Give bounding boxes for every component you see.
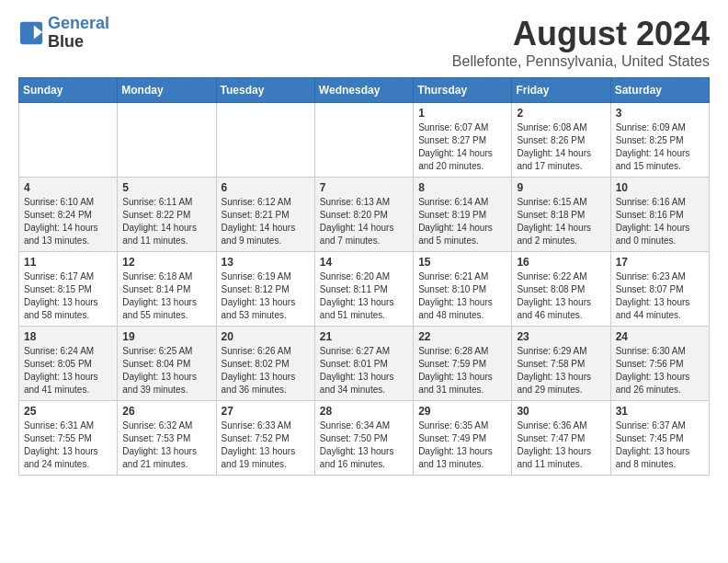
day-info: Sunrise: 6:07 AM Sunset: 8:27 PM Dayligh… [418,121,506,173]
day-info: Sunrise: 6:11 AM Sunset: 8:22 PM Dayligh… [122,196,210,247]
day-info: Sunrise: 6:25 AM Sunset: 8:04 PM Dayligh… [122,345,210,396]
calendar-week-row: 25Sunrise: 6:31 AM Sunset: 7:55 PM Dayli… [19,401,710,476]
day-info: Sunrise: 6:21 AM Sunset: 8:10 PM Dayligh… [418,270,506,322]
calendar-header: SundayMondayTuesdayWednesdayThursdayFrid… [19,78,710,103]
day-number: 3 [616,107,704,120]
page-header: General Blue August 2024 Bellefonte, Pen… [18,15,710,70]
calendar-week-row: 1Sunrise: 6:07 AM Sunset: 8:27 PM Daylig… [19,103,710,178]
day-number: 11 [24,256,112,269]
calendar-day-cell: 17Sunrise: 6:23 AM Sunset: 8:07 PM Dayli… [610,252,709,327]
day-info: Sunrise: 6:23 AM Sunset: 8:07 PM Dayligh… [616,270,704,322]
calendar-day-cell [118,103,216,178]
day-number: 4 [24,181,112,194]
calendar-day-cell: 29Sunrise: 6:35 AM Sunset: 7:49 PM Dayli… [414,401,512,476]
calendar-day-cell: 20Sunrise: 6:26 AM Sunset: 8:02 PM Dayli… [216,327,314,401]
day-number: 13 [222,256,310,269]
calendar-day-cell [216,103,314,178]
calendar-day-cell: 30Sunrise: 6:36 AM Sunset: 7:47 PM Dayli… [512,401,610,476]
day-info: Sunrise: 6:20 AM Sunset: 8:11 PM Dayligh… [320,270,408,322]
calendar-day-cell [314,103,413,178]
day-number: 8 [418,181,506,194]
calendar-table: SundayMondayTuesdayWednesdayThursdayFrid… [18,77,710,476]
day-number: 16 [517,256,605,269]
day-of-week-header: Friday [512,78,610,103]
day-info: Sunrise: 6:08 AM Sunset: 8:26 PM Dayligh… [517,121,605,173]
calendar-day-cell: 28Sunrise: 6:34 AM Sunset: 7:50 PM Dayli… [314,401,413,476]
day-number: 30 [517,405,605,418]
day-number: 27 [222,405,310,418]
calendar-day-cell: 8Sunrise: 6:14 AM Sunset: 8:19 PM Daylig… [414,178,512,252]
calendar-day-cell: 16Sunrise: 6:22 AM Sunset: 8:08 PM Dayli… [512,252,610,327]
day-info: Sunrise: 6:09 AM Sunset: 8:25 PM Dayligh… [616,121,704,173]
day-number: 12 [122,256,210,269]
day-info: Sunrise: 6:26 AM Sunset: 8:02 PM Dayligh… [222,345,310,396]
calendar-day-cell: 25Sunrise: 6:31 AM Sunset: 7:55 PM Dayli… [19,401,118,476]
day-of-week-header: Thursday [414,78,512,103]
day-number: 21 [320,330,408,343]
calendar-day-cell: 10Sunrise: 6:16 AM Sunset: 8:16 PM Dayli… [610,178,709,252]
calendar-day-cell: 15Sunrise: 6:21 AM Sunset: 8:10 PM Dayli… [414,252,512,327]
day-number: 23 [517,330,605,343]
day-info: Sunrise: 6:31 AM Sunset: 7:55 PM Dayligh… [24,419,112,471]
calendar-week-row: 18Sunrise: 6:24 AM Sunset: 8:05 PM Dayli… [19,327,710,401]
title-block: August 2024 Bellefonte, Pennsylvania, Un… [452,15,710,70]
calendar-day-cell: 18Sunrise: 6:24 AM Sunset: 8:05 PM Dayli… [19,327,118,401]
calendar-day-cell: 13Sunrise: 6:19 AM Sunset: 8:12 PM Dayli… [216,252,314,327]
day-number: 9 [517,181,605,194]
day-number: 26 [122,405,210,418]
calendar-day-cell: 22Sunrise: 6:28 AM Sunset: 7:59 PM Dayli… [414,327,512,401]
day-number: 31 [616,405,704,418]
day-info: Sunrise: 6:37 AM Sunset: 7:45 PM Dayligh… [616,419,704,471]
day-number: 10 [616,181,704,194]
day-info: Sunrise: 6:32 AM Sunset: 7:53 PM Dayligh… [122,419,210,471]
day-info: Sunrise: 6:29 AM Sunset: 7:58 PM Dayligh… [517,345,605,396]
logo-icon [18,20,44,46]
day-number: 5 [122,181,210,194]
day-number: 29 [418,405,506,418]
day-info: Sunrise: 6:17 AM Sunset: 8:15 PM Dayligh… [24,270,112,322]
calendar-week-row: 11Sunrise: 6:17 AM Sunset: 8:15 PM Dayli… [19,252,710,327]
day-info: Sunrise: 6:15 AM Sunset: 8:18 PM Dayligh… [517,196,605,247]
calendar-day-cell: 2Sunrise: 6:08 AM Sunset: 8:26 PM Daylig… [512,103,610,178]
calendar-day-cell [19,103,118,178]
calendar-day-cell: 5Sunrise: 6:11 AM Sunset: 8:22 PM Daylig… [118,178,216,252]
day-number: 25 [24,405,112,418]
day-info: Sunrise: 6:33 AM Sunset: 7:52 PM Dayligh… [222,419,310,471]
day-of-week-header: Saturday [610,78,709,103]
calendar-day-cell: 1Sunrise: 6:07 AM Sunset: 8:27 PM Daylig… [414,103,512,178]
calendar-day-cell: 24Sunrise: 6:30 AM Sunset: 7:56 PM Dayli… [610,327,709,401]
day-info: Sunrise: 6:14 AM Sunset: 8:19 PM Dayligh… [418,196,506,247]
calendar-day-cell: 6Sunrise: 6:12 AM Sunset: 8:21 PM Daylig… [216,178,314,252]
calendar-day-cell: 11Sunrise: 6:17 AM Sunset: 8:15 PM Dayli… [19,252,118,327]
logo-text: General Blue [48,15,109,52]
day-info: Sunrise: 6:36 AM Sunset: 7:47 PM Dayligh… [517,419,605,471]
subtitle: Bellefonte, Pennsylvania, United States [452,53,710,70]
day-info: Sunrise: 6:10 AM Sunset: 8:24 PM Dayligh… [24,196,112,247]
day-number: 22 [418,330,506,343]
day-of-week-header: Monday [118,78,216,103]
day-number: 7 [320,181,408,194]
calendar-body: 1Sunrise: 6:07 AM Sunset: 8:27 PM Daylig… [19,103,710,476]
day-number: 17 [616,256,704,269]
calendar-day-cell: 7Sunrise: 6:13 AM Sunset: 8:20 PM Daylig… [314,178,413,252]
day-number: 20 [222,330,310,343]
calendar-day-cell: 27Sunrise: 6:33 AM Sunset: 7:52 PM Dayli… [216,401,314,476]
logo: General Blue [18,15,109,52]
calendar-day-cell: 26Sunrise: 6:32 AM Sunset: 7:53 PM Dayli… [118,401,216,476]
day-number: 19 [122,330,210,343]
calendar-day-cell: 3Sunrise: 6:09 AM Sunset: 8:25 PM Daylig… [610,103,709,178]
day-number: 15 [418,256,506,269]
day-info: Sunrise: 6:13 AM Sunset: 8:20 PM Dayligh… [320,196,408,247]
day-info: Sunrise: 6:30 AM Sunset: 7:56 PM Dayligh… [616,345,704,396]
day-info: Sunrise: 6:35 AM Sunset: 7:49 PM Dayligh… [418,419,506,471]
day-number: 14 [320,256,408,269]
day-number: 2 [517,107,605,120]
calendar-day-cell: 23Sunrise: 6:29 AM Sunset: 7:58 PM Dayli… [512,327,610,401]
day-info: Sunrise: 6:16 AM Sunset: 8:16 PM Dayligh… [616,196,704,247]
calendar-day-cell: 4Sunrise: 6:10 AM Sunset: 8:24 PM Daylig… [19,178,118,252]
day-number: 6 [222,181,310,194]
day-info: Sunrise: 6:34 AM Sunset: 7:50 PM Dayligh… [320,419,408,471]
day-info: Sunrise: 6:24 AM Sunset: 8:05 PM Dayligh… [24,345,112,396]
day-info: Sunrise: 6:22 AM Sunset: 8:08 PM Dayligh… [517,270,605,322]
day-info: Sunrise: 6:12 AM Sunset: 8:21 PM Dayligh… [222,196,310,247]
